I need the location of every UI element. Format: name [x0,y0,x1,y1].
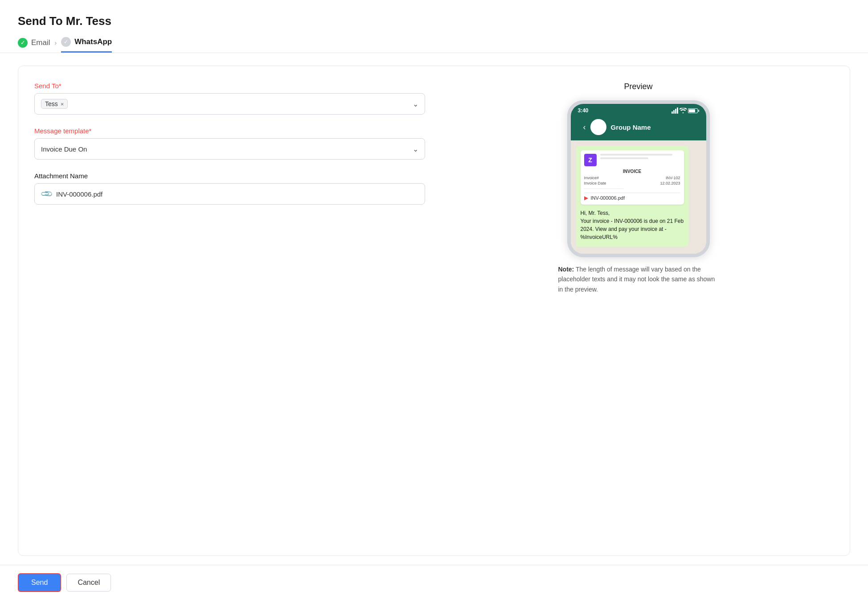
wifi-icon [680,108,687,113]
attachment-row: ▶ INV-000006.pdf [584,193,680,201]
phone-time: 3:40 [578,107,589,114]
invoice-extra-line: ────────────── [584,186,624,191]
phone-status-area: 3:40 [571,104,706,140]
send-to-field-group: Send To* Tess × ⌄ [34,82,425,115]
left-form-panel: Send To* Tess × ⌄ Message template* Invo… [34,82,425,539]
attachment-filename: INV-000006.pdf [591,195,625,201]
message-template-label: Message template* [34,127,425,135]
send-to-label: Send To* [34,82,425,90]
attachment-label: Attachment Name [34,172,425,180]
whatsapp-chat-header: ‹ Group Name [578,115,699,140]
cancel-button[interactable]: Cancel [66,574,111,592]
footer-bar: Send Cancel [0,565,868,600]
invoice-lines [600,154,680,166]
email-step-check-icon: ✓ [18,38,28,48]
message-template-value: Invoice Due On [41,145,87,153]
preview-title: Preview [443,82,834,91]
attachment-value: INV-000006.pdf [56,190,102,198]
invoice-line-2 [600,157,648,159]
phone-status-icons [671,107,699,114]
invoice-line-1 [600,154,672,156]
attachment-field-group: Attachment Name 📎 INV-000006.pdf [34,172,425,205]
group-name: Group Name [611,123,651,131]
note-label: Note: [558,266,574,273]
phone-mockup: 3:40 [567,100,710,257]
back-arrow-icon: ‹ [583,123,586,132]
message-bubble: Z INVOICE Invoice# INV-102 [576,146,688,247]
whatsapp-step-label: WhatsApp [74,37,112,46]
invoice-date-label: Invoice Date [584,181,606,185]
send-button[interactable]: Send [18,573,61,592]
main-card: Send To* Tess × ⌄ Message template* Invo… [18,66,850,556]
note-text: The length of message will vary based on… [558,266,715,293]
steps-navigation: ✓ Email › ✓ WhatsApp [18,37,850,53]
invoice-number-value: INV-102 [666,176,680,180]
message-template-arrow: ⌄ [413,145,418,153]
attachment-input: 📎 INV-000006.pdf [34,183,425,205]
invoice-title: INVOICE [584,169,680,174]
pdf-icon: ▶ [584,195,588,201]
message-template-field-group: Message template* Invoice Due On ⌄ [34,127,425,160]
send-to-tag-close[interactable]: × [61,101,64,107]
step-email[interactable]: ✓ Email [18,38,50,52]
invoice-details: Invoice# INV-102 Invoice Date 12.02.2023… [584,176,680,191]
whatsapp-step-icon: ✓ [61,37,71,47]
email-step-label: Email [31,38,50,47]
step-chevron-icon: › [55,39,57,51]
send-to-tag-text: Tess [45,100,58,107]
paperclip-icon: 📎 [40,187,53,201]
page-title: Send To Mr. Tess [18,14,850,28]
invoice-number-label: Invoice# [584,176,599,180]
phone-status-bar: 3:40 [578,107,699,115]
send-to-tag: Tess × [41,99,68,109]
chat-area: Z INVOICE Invoice# INV-102 [571,140,706,254]
invoice-card-header: Z [584,154,680,166]
invoice-card: Z INVOICE Invoice# INV-102 [581,150,684,205]
message-body-text: Hi, Mr. Tess, Your invoice - INV-000006 … [581,208,684,242]
invoice-logo-icon: Z [584,154,597,166]
nav-divider [0,53,868,53]
send-to-input[interactable]: Tess × ⌄ [34,93,425,115]
message-template-select[interactable]: Invoice Due On ⌄ [34,138,425,160]
preview-note: Note: The length of message will vary ba… [558,264,719,294]
contact-avatar [590,119,606,135]
step-whatsapp[interactable]: ✓ WhatsApp [61,37,112,53]
right-preview-panel: Preview 3:40 [443,82,834,539]
invoice-date-value: 12.02.2023 [660,181,680,185]
send-to-dropdown-arrow: ⌄ [413,100,418,108]
